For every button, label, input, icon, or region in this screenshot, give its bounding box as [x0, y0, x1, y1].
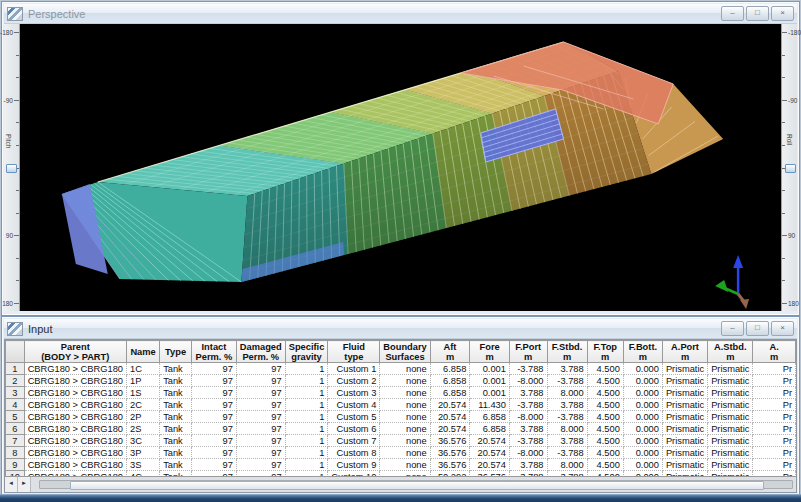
cell[interactable]: 3S [126, 459, 159, 471]
cell[interactable]: Prismatic [662, 375, 707, 387]
cell[interactable]: 97 [236, 375, 285, 387]
cell[interactable]: Tank [160, 399, 192, 411]
cell[interactable]: -8.000 [509, 411, 547, 423]
minimize-button[interactable]: – [721, 321, 744, 336]
cell[interactable]: Prismatic [708, 363, 753, 375]
cell[interactable]: Tank [160, 363, 192, 375]
cell[interactable]: CBRG180 > CBRG180 [24, 459, 126, 471]
cell[interactable]: none [380, 447, 430, 459]
cell[interactable]: 97 [192, 411, 237, 423]
cell[interactable]: 1 [285, 423, 328, 435]
cell[interactable]: CBRG180 > CBRG180 [24, 423, 126, 435]
cell[interactable]: Prismatic [708, 447, 753, 459]
cell[interactable]: 3.788 [547, 435, 587, 447]
cell[interactable]: 20.574 [430, 399, 470, 411]
cell[interactable]: 97 [192, 447, 237, 459]
cell[interactable]: CBRG180 > CBRG180 [24, 375, 126, 387]
cell[interactable]: Prismatic [708, 399, 753, 411]
cell[interactable]: 0.000 [623, 423, 662, 435]
cell[interactable]: Prismatic [708, 423, 753, 435]
cell[interactable]: none [380, 363, 430, 375]
cell[interactable]: 4.500 [587, 447, 623, 459]
cell[interactable]: Custom 2 [328, 375, 380, 387]
cell[interactable]: 6.858 [430, 375, 470, 387]
close-button[interactable]: × [771, 321, 794, 336]
cell[interactable]: 1P [126, 375, 159, 387]
cell[interactable]: 97 [236, 459, 285, 471]
row-number[interactable]: 1 [6, 363, 25, 375]
cell[interactable]: 4.500 [587, 411, 623, 423]
perspective-titlebar[interactable]: Perspective – □ × [4, 4, 797, 24]
cell[interactable]: 6.858 [470, 411, 510, 423]
cell[interactable]: 36.576 [430, 447, 470, 459]
cell[interactable]: Pr [753, 387, 796, 399]
cell[interactable]: -8.000 [509, 447, 547, 459]
cell[interactable]: -3.788 [509, 399, 547, 411]
cell[interactable]: 11.430 [470, 399, 510, 411]
cell[interactable]: CBRG180 > CBRG180 [24, 387, 126, 399]
cell[interactable]: 20.574 [470, 447, 510, 459]
cell[interactable]: 97 [236, 387, 285, 399]
cell[interactable]: 97 [192, 399, 237, 411]
cell[interactable]: 36.576 [430, 459, 470, 471]
cell[interactable]: 20.574 [430, 423, 470, 435]
cell[interactable]: Pr [753, 423, 796, 435]
cell[interactable]: 1 [285, 363, 328, 375]
cell[interactable]: Prismatic [662, 459, 707, 471]
cell[interactable]: 97 [236, 363, 285, 375]
cell[interactable]: CBRG180 > CBRG180 [24, 447, 126, 459]
cell[interactable]: 2S [126, 423, 159, 435]
cell[interactable]: Prismatic [708, 459, 753, 471]
row-number[interactable]: 7 [6, 435, 25, 447]
cell[interactable]: 97 [236, 435, 285, 447]
cell[interactable]: none [380, 423, 430, 435]
cell[interactable]: Prismatic [708, 375, 753, 387]
cell[interactable]: 1S [126, 387, 159, 399]
cell[interactable]: Prismatic [662, 363, 707, 375]
cell[interactable]: 4.500 [587, 375, 623, 387]
cell[interactable]: 97 [192, 363, 237, 375]
cell[interactable]: 4.500 [587, 387, 623, 399]
cell[interactable]: Prismatic [662, 435, 707, 447]
cell[interactable]: Pr [753, 447, 796, 459]
cell[interactable]: 6.858 [470, 423, 510, 435]
cell[interactable]: 20.574 [470, 459, 510, 471]
cell[interactable]: Custom 1 [328, 363, 380, 375]
cell[interactable]: Tank [160, 459, 192, 471]
cell[interactable]: Tank [160, 387, 192, 399]
3d-viewport[interactable] [20, 24, 781, 311]
cell[interactable]: 8.000 [547, 459, 587, 471]
cell[interactable]: Tank [160, 423, 192, 435]
cell[interactable]: Tank [160, 435, 192, 447]
row-number[interactable]: 3 [6, 387, 25, 399]
cell[interactable]: Pr [753, 363, 796, 375]
cell[interactable]: 97 [192, 423, 237, 435]
horizontal-scrollbar[interactable] [39, 480, 793, 489]
cell[interactable]: 0.001 [470, 375, 510, 387]
minimize-button[interactable]: – [721, 6, 744, 21]
row-number[interactable]: 2 [6, 375, 25, 387]
cell[interactable]: 0.000 [623, 447, 662, 459]
cell[interactable]: 97 [192, 375, 237, 387]
cell[interactable]: 3.788 [547, 399, 587, 411]
cell[interactable]: Prismatic [662, 411, 707, 423]
row-number[interactable]: 5 [6, 411, 25, 423]
cell[interactable]: none [380, 411, 430, 423]
cell[interactable]: 97 [192, 387, 237, 399]
cell[interactable]: 0.000 [623, 375, 662, 387]
cell[interactable]: Custom 10 [328, 471, 380, 477]
cell[interactable]: 6.858 [430, 363, 470, 375]
row-number[interactable]: 9 [6, 459, 25, 471]
cell[interactable]: 1C [126, 363, 159, 375]
cell[interactable]: Tank [160, 447, 192, 459]
cell[interactable]: 1 [285, 399, 328, 411]
pitch-slider-thumb[interactable] [6, 164, 17, 173]
cell[interactable]: 4.500 [587, 363, 623, 375]
cell[interactable]: 97 [236, 423, 285, 435]
cell[interactable]: Prismatic [662, 471, 707, 477]
cell[interactable]: 2P [126, 411, 159, 423]
tab-scroll-left-button[interactable]: ◄ [5, 477, 18, 492]
cell[interactable]: 97 [236, 411, 285, 423]
cell[interactable]: Pr [753, 435, 796, 447]
row-number[interactable]: 4 [6, 399, 25, 411]
